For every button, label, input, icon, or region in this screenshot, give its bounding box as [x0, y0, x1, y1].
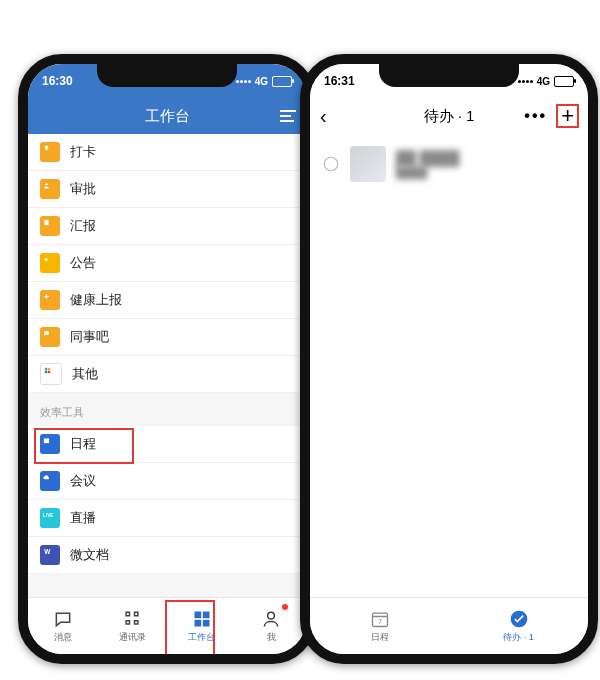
calendar-icon — [40, 434, 60, 454]
app-row-a0[interactable]: 打卡 — [28, 134, 306, 171]
status-time: 16:31 — [324, 74, 355, 88]
network-label: 4G — [537, 76, 550, 87]
svg-point-16 — [324, 157, 338, 171]
app-row-t1[interactable]: 会议 — [28, 463, 306, 500]
app-label: 直播 — [70, 509, 96, 527]
status-time: 16:30 — [42, 74, 73, 88]
svg-rect-6 — [45, 371, 47, 373]
app-row-a6[interactable]: 其他 — [28, 356, 306, 393]
app-label: 日程 — [70, 435, 96, 453]
todo-subtitle: ████ — [396, 166, 459, 178]
signal-icon — [518, 80, 533, 83]
tab-label: 工作台 — [188, 631, 215, 644]
section-title: 效率工具 — [28, 393, 306, 426]
nav-title: 工作台 — [82, 107, 252, 126]
grid-icon — [40, 363, 62, 385]
cloud-icon — [40, 471, 60, 491]
health-icon — [40, 290, 60, 310]
nav-bar: 工作台 — [28, 98, 306, 134]
nav-title: 待办 · 1 — [364, 107, 534, 126]
report-icon — [40, 216, 60, 236]
tab-workspace[interactable]: 工作台 — [167, 598, 237, 654]
tab-todo[interactable]: 待办 · 1 — [487, 598, 550, 654]
back-icon[interactable]: ‹ — [320, 105, 327, 128]
avatar — [350, 146, 386, 182]
notch — [97, 63, 237, 87]
tab-contacts[interactable]: 通讯录 — [98, 598, 168, 654]
live-icon: LIVE — [40, 508, 60, 528]
app-row-a2[interactable]: 汇报 — [28, 208, 306, 245]
tab-bar: 消息 通讯录 工作台 我 — [28, 597, 306, 654]
app-row-a3[interactable]: 公告 — [28, 245, 306, 282]
svg-rect-3 — [44, 296, 49, 297]
app-label: 其他 — [72, 365, 98, 383]
app-label: 打卡 — [70, 143, 96, 161]
add-button[interactable]: + — [557, 105, 578, 127]
tab-label: 我 — [267, 631, 276, 644]
phone-right: 16:31 4G ‹ 待办 · 1 ••• + — [300, 54, 598, 664]
contacts-icon — [122, 609, 142, 629]
svg-text:W: W — [44, 548, 51, 555]
svg-rect-12 — [203, 611, 210, 618]
tab-label: 通讯录 — [119, 631, 146, 644]
tab-bar: 7 日程 待办 · 1 — [310, 597, 588, 654]
svg-rect-11 — [194, 611, 201, 618]
svg-rect-5 — [48, 368, 50, 370]
phone-left: 16:30 4G 工作台 打卡审批汇报公告健康上报同事吧其他 效率工具 日程会议… — [18, 54, 316, 664]
todo-title: ██ ████ — [396, 150, 459, 166]
person-icon — [40, 179, 60, 199]
app-row-t0[interactable]: 日程 — [28, 426, 306, 463]
svg-rect-14 — [203, 619, 210, 626]
svg-rect-8 — [44, 438, 49, 443]
menu-icon[interactable] — [280, 110, 296, 122]
app-row-a4[interactable]: 健康上报 — [28, 282, 306, 319]
app-label: 健康上报 — [70, 291, 122, 309]
network-label: 4G — [255, 76, 268, 87]
svg-point-0 — [45, 183, 47, 185]
app-label: 微文档 — [70, 546, 109, 564]
battery-icon — [554, 76, 574, 87]
pin-icon — [40, 142, 60, 162]
app-row-t3[interactable]: W微文档 — [28, 537, 306, 574]
badge-dot — [282, 604, 288, 610]
svg-text:7: 7 — [377, 617, 381, 626]
notch — [379, 63, 519, 87]
checkbox-icon[interactable] — [322, 155, 340, 173]
svg-rect-1 — [44, 220, 48, 225]
docs-icon: W — [40, 545, 60, 565]
app-label: 公告 — [70, 254, 96, 272]
app-row-t2[interactable]: LIVE直播 — [28, 500, 306, 537]
chat-bubble-icon — [53, 609, 73, 629]
app-label: 会议 — [70, 472, 96, 490]
announce-icon — [40, 253, 60, 273]
workspace-icon — [192, 609, 212, 629]
calendar-icon: 7 — [370, 609, 390, 629]
more-icon[interactable]: ••• — [524, 107, 547, 125]
app-label: 同事吧 — [70, 328, 109, 346]
tab-label: 消息 — [54, 631, 72, 644]
app-row-a5[interactable]: 同事吧 — [28, 319, 306, 356]
tab-label: 待办 · 1 — [503, 631, 534, 644]
person-icon — [261, 609, 281, 629]
svg-rect-13 — [194, 619, 201, 626]
svg-rect-4 — [45, 368, 47, 370]
app-row-a1[interactable]: 审批 — [28, 171, 306, 208]
svg-rect-7 — [48, 371, 50, 373]
svg-text:LIVE: LIVE — [43, 513, 53, 518]
svg-point-15 — [268, 612, 275, 619]
tab-calendar[interactable]: 7 日程 — [348, 598, 411, 654]
app-label: 审批 — [70, 180, 96, 198]
chat-icon — [40, 327, 60, 347]
todo-item[interactable]: ██ ████ ████ — [310, 134, 588, 194]
signal-icon — [236, 80, 251, 83]
check-circle-icon — [509, 609, 529, 629]
battery-icon — [272, 76, 292, 87]
app-label: 汇报 — [70, 217, 96, 235]
nav-bar: ‹ 待办 · 1 ••• + — [310, 98, 588, 134]
tab-me[interactable]: 我 — [237, 598, 307, 654]
tab-messages[interactable]: 消息 — [28, 598, 98, 654]
tab-label: 日程 — [371, 631, 389, 644]
